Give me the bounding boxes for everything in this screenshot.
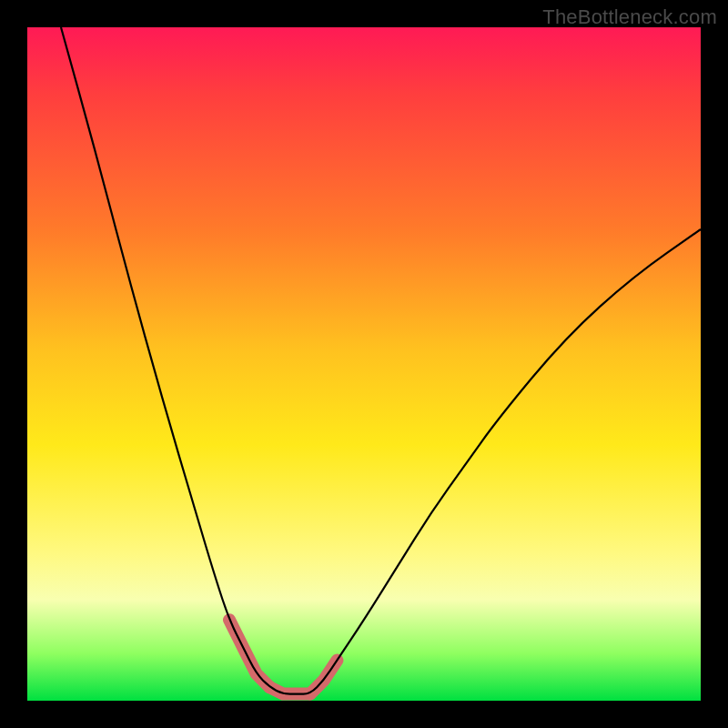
plot-area [27,27,701,701]
bottleneck-curve [61,27,701,694]
curve-svg [27,27,701,701]
chart-frame: TheBottleneck.com [0,0,728,728]
watermark-text: TheBottleneck.com [542,5,717,29]
